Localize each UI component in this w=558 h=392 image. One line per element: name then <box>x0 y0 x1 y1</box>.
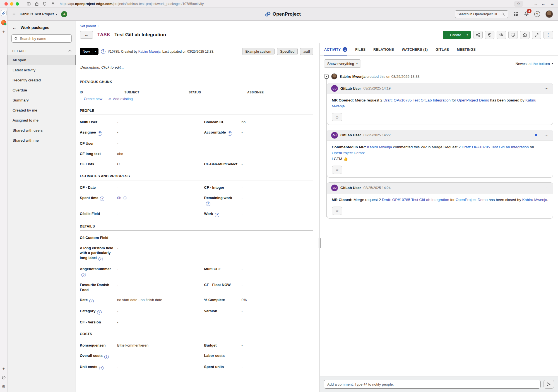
window-zoom-button[interactable] <box>16 2 19 6</box>
field-value[interactable]: 0h <box>117 195 189 200</box>
more-actions-icon[interactable]: ⋯ <box>544 86 549 91</box>
fullscreen-button[interactable] <box>532 31 541 39</box>
user-avatar[interactable] <box>545 10 553 18</box>
panel-resize-handle[interactable] <box>319 238 321 248</box>
field-value[interactable]: - <box>117 211 189 216</box>
back-button[interactable]: ← <box>541 1 545 6</box>
field-value[interactable]: - <box>242 267 314 272</box>
field-value[interactable]: - <box>242 162 314 167</box>
status-button[interactable]: New ▾ <box>80 48 98 55</box>
project-selector[interactable]: Kabiru's Test Project ▾ <box>20 12 57 16</box>
activity-link[interactable]: OpenProject Demo <box>457 98 489 102</box>
help-icon[interactable]: ? <box>99 366 104 370</box>
field-value[interactable]: no start date - no finish date <box>117 297 189 303</box>
meta-author-link[interactable]: Kabiru Mwenja <box>138 50 160 54</box>
field-value[interactable]: - <box>117 309 189 314</box>
sidebar-item-latest-activity[interactable]: Latest activity <box>8 65 76 75</box>
sidebar-item-created-by-me[interactable]: Created by me <box>8 105 76 115</box>
activity-link[interactable]: Draft: OP#10785 Test GitLab Integration <box>383 98 451 102</box>
watch-button[interactable] <box>497 31 506 39</box>
help-icon[interactable]: ? <box>81 273 86 277</box>
activity-author[interactable]: GitLab User <box>340 186 361 190</box>
reminder-button[interactable] <box>508 31 518 39</box>
fox-app-icon[interactable] <box>1 20 6 25</box>
field-value[interactable]: no <box>242 120 314 125</box>
field-value[interactable]: - <box>117 185 189 190</box>
sidebar-search-input[interactable] <box>20 37 69 41</box>
sidebar-item-shared-with-me[interactable]: Shared with me <box>8 135 76 145</box>
add-reaction-button[interactable]: ☺ <box>332 113 342 121</box>
wp-back-button[interactable]: ← <box>80 31 93 39</box>
lock-icon[interactable] <box>50 1 55 6</box>
field-value[interactable]: - <box>242 343 314 348</box>
sidebar-search[interactable] <box>11 34 72 43</box>
custom-action-button-asdf[interactable]: asdf <box>300 48 313 55</box>
activity-link[interactable]: OpenProject Demo <box>332 151 364 155</box>
activity-link[interactable]: Draft: OP#10785 Test GitLab Integration <box>462 145 529 149</box>
field-value[interactable]: - <box>242 130 314 135</box>
field-value[interactable]: - <box>117 141 189 146</box>
history-clock-icon[interactable] <box>2 376 6 380</box>
sidebar-item-overdue[interactable]: Overdue <box>8 85 76 95</box>
activity-author[interactable]: GitLab User <box>340 86 361 91</box>
field-value[interactable]: - <box>242 211 314 216</box>
field-value[interactable]: - <box>242 282 314 287</box>
field-value[interactable]: abc <box>117 151 189 156</box>
description-placeholder[interactable]: Description: Click to edit... <box>80 65 313 69</box>
field-value[interactable]: - <box>117 130 189 135</box>
sidebar-item-assigned-to-me[interactable]: Assigned to me <box>8 115 76 125</box>
field-value[interactable]: - <box>117 282 189 287</box>
email-button[interactable] <box>520 31 530 39</box>
field-value[interactable]: - <box>117 246 189 251</box>
activity-link[interactable]: OpenProject Demo <box>456 198 488 202</box>
help-icon[interactable]: ? <box>98 257 103 261</box>
field-value[interactable]: - <box>117 267 189 272</box>
set-parent-link[interactable]: Set parent + <box>80 24 99 28</box>
browser-menu-icon[interactable]: ≡ <box>551 1 554 6</box>
sparkle-icon[interactable]: ✦ <box>2 367 6 371</box>
field-value[interactable]: - <box>242 185 314 190</box>
help-icon[interactable]: ? <box>97 310 102 314</box>
help-icon[interactable]: ? <box>104 355 109 359</box>
field-value[interactable]: - <box>117 320 189 325</box>
custom-action-button-specified[interactable]: Specified <box>277 48 298 55</box>
add-tab-button[interactable]: + <box>3 29 5 33</box>
sidebar-toggle-icon[interactable] <box>26 1 31 6</box>
activity-link[interactable]: Kabiru Mwenja <box>367 145 392 149</box>
window-close-button[interactable] <box>4 2 8 6</box>
create-button[interactable]: + Create ▾ <box>443 31 471 39</box>
help-icon[interactable]: ? <box>228 131 232 136</box>
help-icon[interactable]: ? <box>101 49 105 54</box>
sort-order-dropdown[interactable]: Newest at the bottom ▾ <box>516 62 553 66</box>
tab-gitlab[interactable]: GITLAB <box>436 43 449 55</box>
activity-link[interactable]: Draft: OP#10785 Test GitLab Integration <box>382 198 449 202</box>
bookmark-star-icon[interactable]: ☆ <box>514 1 523 7</box>
help-icon[interactable]: ? <box>206 202 210 206</box>
comment-input[interactable] <box>324 380 541 389</box>
activity-author[interactable]: GitLab User <box>340 133 361 137</box>
help-button[interactable]: ? <box>534 11 540 17</box>
clock-icon[interactable] <box>123 196 127 200</box>
field-value[interactable]: - <box>242 353 314 358</box>
sidebar-group-default[interactable]: DEFAULT <box>8 49 76 53</box>
field-value[interactable]: - <box>242 195 314 200</box>
url-bar[interactable]: https://qa.openproject-edge.com/projects… <box>60 2 204 6</box>
sidebar-item-all-open[interactable]: All open <box>8 55 76 65</box>
add-reaction-button[interactable]: ☺ <box>332 207 342 215</box>
relation-action-create-new[interactable]: +Create new <box>80 97 102 101</box>
field-value[interactable]: - <box>117 364 189 369</box>
add-reaction-button[interactable]: ☺ <box>332 166 342 174</box>
help-icon[interactable]: ? <box>89 299 94 303</box>
journal-author[interactable]: Kabiru Mwenja <box>340 74 365 79</box>
relation-action-add-existing[interactable]: ∞Add existing <box>109 97 133 101</box>
field-value[interactable]: Bitte kommentieren <box>117 343 189 348</box>
send-comment-button[interactable] <box>543 380 554 389</box>
wp-type-label[interactable]: TASK <box>97 32 110 38</box>
filter-activity-button[interactable]: Show everything ▾ <box>324 59 361 68</box>
field-value[interactable]: C <box>117 162 189 167</box>
sidebar-item-shared-with-users[interactable]: Shared with users <box>8 125 76 135</box>
sidebar-item-summary[interactable]: Summary <box>8 95 76 105</box>
global-search-input[interactable] <box>458 12 498 16</box>
field-value[interactable]: - <box>242 364 314 369</box>
main-menu-icon[interactable]: ≡ <box>13 11 16 17</box>
